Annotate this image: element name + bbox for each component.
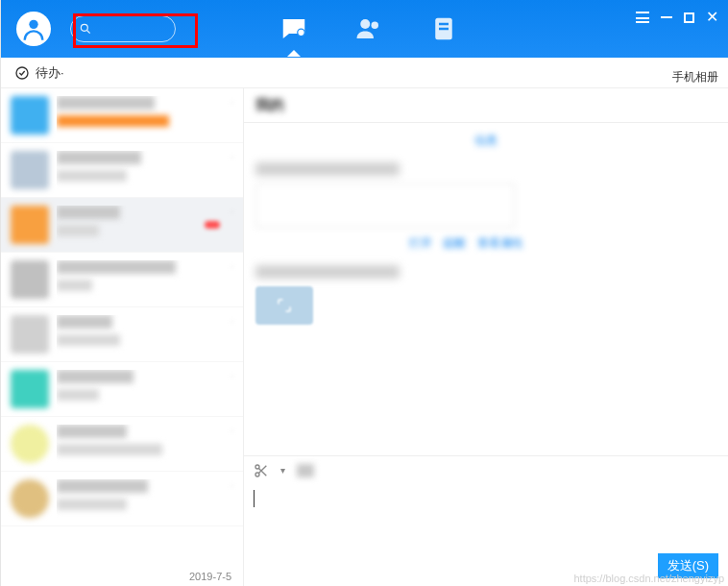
chat-title-bar: 我的 <box>244 88 728 123</box>
nav-messages[interactable] <box>279 14 308 43</box>
contacts-icon <box>354 14 383 43</box>
list-item[interactable]: · <box>1 362 243 417</box>
action-props[interactable]: 查看属性 <box>477 235 523 252</box>
svg-point-4 <box>372 22 379 30</box>
svg-point-1 <box>81 24 87 31</box>
svg-point-9 <box>255 465 259 469</box>
timestamp: 2019-7-5 <box>189 571 231 582</box>
svg-point-8 <box>16 67 28 79</box>
file-card[interactable] <box>255 183 515 228</box>
pending-label: 待办· <box>36 64 64 82</box>
list-item[interactable]: · <box>1 143 243 198</box>
conversation-list: · · · · · · · · <box>1 88 243 586</box>
minimize-button[interactable] <box>661 16 672 18</box>
scissors-icon[interactable] <box>254 463 269 478</box>
chat-icon <box>279 14 308 43</box>
expand-icon <box>276 297 293 314</box>
editor-toolbar: ▾ <box>244 455 728 484</box>
svg-rect-6 <box>439 23 449 26</box>
close-button[interactable]: ✕ <box>706 10 718 25</box>
svg-point-10 <box>255 473 259 476</box>
list-item[interactable]: · <box>1 472 243 526</box>
feeds-icon <box>429 14 458 43</box>
action-remind[interactable]: 提醒 <box>443 235 466 252</box>
list-item[interactable]: · <box>1 417 243 472</box>
main-nav <box>279 0 458 58</box>
chat-title: 我的 <box>255 96 284 114</box>
avatar-icon <box>20 15 47 42</box>
search-input[interactable] <box>96 22 163 36</box>
svg-point-0 <box>29 20 37 29</box>
message-area: 信息 打开 提醒 查看属性 <box>244 123 728 455</box>
list-item[interactable]: · <box>1 307 243 362</box>
title-bar: ✕ <box>1 0 728 58</box>
pending-bar[interactable]: 待办· <box>1 58 728 88</box>
list-item[interactable]: · <box>1 88 243 143</box>
nav-contacts[interactable] <box>354 14 383 43</box>
text-caret <box>254 490 255 507</box>
svg-point-2 <box>298 29 305 37</box>
center-info-link[interactable]: 信息 <box>474 133 497 149</box>
action-open[interactable]: 打开 <box>409 235 432 252</box>
user-avatar[interactable] <box>16 12 51 46</box>
image-message[interactable] <box>255 286 313 325</box>
nav-feeds[interactable] <box>429 14 458 43</box>
search-icon <box>79 22 92 36</box>
list-item[interactable]: · <box>1 198 243 253</box>
window-controls: ✕ <box>636 10 718 25</box>
chat-panel: 我的 信息 打开 提醒 查看属性 ▾ <box>243 88 728 586</box>
watermark: https://blog.csdn.net/zhengyizyp <box>573 573 724 584</box>
svg-point-3 <box>360 19 370 29</box>
toolbar-dropdown[interactable]: ▾ <box>280 465 285 476</box>
list-item[interactable]: · <box>1 253 243 307</box>
bottom-meta: 2019-7-5 <box>189 571 231 582</box>
search-input-wrap[interactable] <box>70 15 176 42</box>
phone-album-link[interactable]: 手机相册 <box>672 69 718 85</box>
message-input[interactable] <box>244 484 728 553</box>
toolbar-item[interactable] <box>297 464 314 477</box>
maximize-button[interactable] <box>684 12 694 23</box>
check-circle-icon <box>14 65 30 81</box>
svg-rect-7 <box>439 28 449 31</box>
menu-icon[interactable] <box>636 12 649 23</box>
